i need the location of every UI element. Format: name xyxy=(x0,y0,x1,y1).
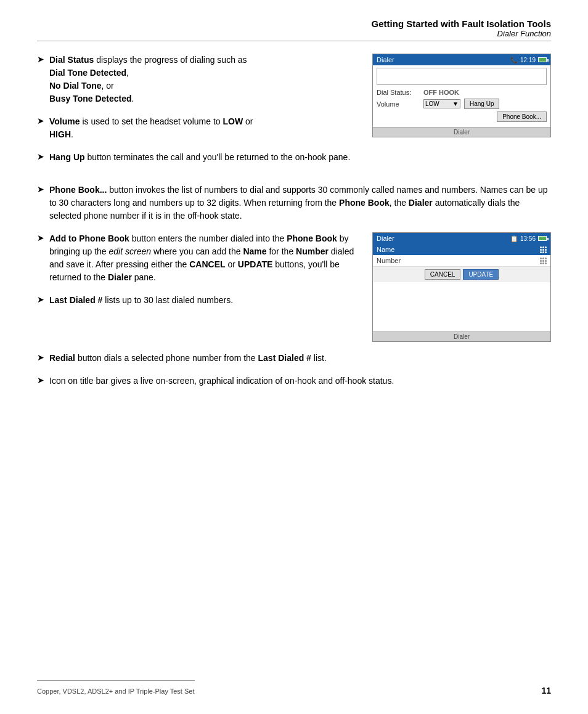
term-no-dial-tone: No Dial Tone xyxy=(49,81,102,91)
battery-icon-2 xyxy=(538,236,547,241)
dropdown-arrow-icon: ▼ xyxy=(452,100,459,107)
device1-hangup-btn[interactable]: Hang Up xyxy=(464,99,499,109)
device2-footer: Dialer xyxy=(373,331,550,341)
bullet-volume: ➤ Volume is used to set the headset volu… xyxy=(37,115,360,141)
bullet-dial-status-content: Dial Status displays the progress of dia… xyxy=(49,54,360,105)
device-screen-1: Dialer 📞 12:19 Dial Status: OFF HOOK xyxy=(372,54,551,137)
device1-dial-status-row: Dial Status: OFF HOOK xyxy=(377,89,547,96)
device-screen-2-container: Dialer 📋 13:56 Name xyxy=(372,232,551,342)
bullet-icon-status-content: Icon on title bar gives a live on-screen… xyxy=(49,375,551,387)
device1-phonebook-btn[interactable]: Phone Book... xyxy=(497,112,547,122)
bullet-arrow-1: ➤ xyxy=(37,54,44,105)
phone-icon-2: 📋 xyxy=(510,235,518,242)
bullet-arrow-5: ➤ xyxy=(37,233,44,284)
bullet-arrow-2: ➤ xyxy=(37,116,44,141)
bullet-last-dialed-content: Last Dialed # lists up to 30 last dialed… xyxy=(49,294,360,307)
device1-footer-tab: Dialer xyxy=(454,129,470,136)
term-low: LOW xyxy=(223,116,243,126)
bullet-arrow-8: ➤ xyxy=(37,375,44,387)
term-dial-status: Dial Status xyxy=(49,55,94,65)
device1-volume-label: Volume xyxy=(377,100,420,108)
term-last-dialed2: Last Dialed # xyxy=(258,353,311,363)
term-edit-screen: edit screen xyxy=(109,246,151,256)
term-volume: Volume xyxy=(49,116,80,126)
device1-footer: Dialer xyxy=(373,127,550,137)
device2-name-row: Name xyxy=(373,244,550,255)
device1-icons: 📞 12:19 xyxy=(510,57,547,63)
bullet-redial: ➤ Redial button dials a selected phone n… xyxy=(37,352,551,365)
device2-title: Dialer xyxy=(377,235,394,242)
section-1: ➤ Dial Status displays the progress of d… xyxy=(37,54,551,174)
page-header: Getting Started with Fault Isolation Too… xyxy=(37,18,551,38)
bullet-arrow-7: ➤ xyxy=(37,352,44,365)
page-footer: Copper, VDSL2, ADSL2+ and IP Triple-Play… xyxy=(37,680,551,696)
device-screen-2: Dialer 📋 13:56 Name xyxy=(372,232,551,342)
device1-volume-select[interactable]: LOW ▼ xyxy=(423,99,460,108)
term-add-phone-book: Add to Phone Book xyxy=(49,233,129,243)
device1-phonebook-row: Phone Book... xyxy=(377,112,547,122)
bullet-phonebook-content: Phone Book... button invokes the list of… xyxy=(49,184,551,222)
section-2: ➤ Add to Phone Book button enters the nu… xyxy=(37,232,551,342)
bullet-add-phonebook: ➤ Add to Phone Book button enters the nu… xyxy=(37,232,360,284)
grid-icon xyxy=(540,246,547,253)
device2-number-label: Number xyxy=(377,257,401,264)
bullet-add-phonebook-content: Add to Phone Book button enters the numb… xyxy=(49,232,360,284)
device1-input xyxy=(377,68,547,85)
device2-titlebar: Dialer 📋 13:56 xyxy=(373,233,550,244)
term-phonebook2: Phone Book xyxy=(339,198,390,208)
device2-number-row: Number xyxy=(373,255,550,267)
device1-dial-label: Dial Status: xyxy=(377,89,420,96)
section-1-left: ➤ Dial Status displays the progress of d… xyxy=(37,54,360,174)
device1-volume-value: LOW xyxy=(425,100,439,107)
term-phone-book2: Phone Book xyxy=(287,233,337,243)
footer-product-text: Copper, VDSL2, ADSL2+ and IP Triple-Play… xyxy=(37,688,195,695)
device2-cancel-btn[interactable]: CANCEL xyxy=(425,269,461,280)
device2-empty-space xyxy=(373,282,550,331)
grid-icon-2 xyxy=(540,258,547,264)
bullet-arrow-4: ➤ xyxy=(37,184,44,222)
bullet-volume-content: Volume is used to set the headset volume… xyxy=(49,115,360,141)
bullet-arrow-3: ➤ xyxy=(37,152,44,164)
device-screen-1-container: Dialer 📞 12:19 Dial Status: OFF HOOK xyxy=(372,54,551,174)
bullet-dial-status: ➤ Dial Status displays the progress of d… xyxy=(37,54,360,105)
term-last-dialed: Last Dialed # xyxy=(49,295,102,305)
term-high: HIGH xyxy=(49,129,71,139)
term-redial: Redial xyxy=(49,353,75,363)
page-title-main: Getting Started with Fault Isolation Too… xyxy=(37,18,551,29)
term-phone-book: Phone Book... xyxy=(49,185,107,195)
term-dial-tone: Dial Tone Detected xyxy=(49,68,126,78)
footer-divider xyxy=(37,680,195,681)
term-busy-tone: Busy Tone Detected xyxy=(49,94,132,103)
header-divider xyxy=(37,41,551,41)
bullet-hangup-content: Hang Up button terminates the call and y… xyxy=(49,151,360,164)
term-hangup: Hang Up xyxy=(49,152,85,162)
bullet-phonebook: ➤ Phone Book... button invokes the list … xyxy=(37,184,551,222)
device1-volume-row: Volume LOW ▼ Hang Up xyxy=(377,99,547,109)
device2-buttons: CANCEL UPDATE xyxy=(373,267,550,282)
bullet1-text: displays the progress of dialing such as xyxy=(94,55,247,65)
phone-icon: 📞 xyxy=(510,57,518,63)
device2-footer-tab: Dialer xyxy=(454,333,470,340)
section-2-left: ➤ Add to Phone Book button enters the nu… xyxy=(37,232,360,342)
bullet-arrow-6: ➤ xyxy=(37,294,44,307)
bullet-icon-status: ➤ Icon on title bar gives a live on-scre… xyxy=(37,375,551,387)
device1-dial-value: OFF HOOK xyxy=(423,89,459,96)
device2-icons: 📋 13:56 xyxy=(510,235,547,242)
term-cancel: CANCEL xyxy=(189,259,225,269)
device1-body: Dial Status: OFF HOOK Volume LOW ▼ Hang … xyxy=(373,65,550,127)
device1-time: 12:19 xyxy=(520,57,536,63)
device2-name-label: Name xyxy=(377,246,394,253)
term-dialer2: Dialer xyxy=(108,272,132,282)
device2-time: 13:56 xyxy=(520,235,536,242)
content-area: ➤ Dial Status displays the progress of d… xyxy=(37,54,551,397)
device1-titlebar: Dialer 📞 12:19 xyxy=(373,54,550,65)
device1-title: Dialer xyxy=(377,56,394,63)
footer-left: Copper, VDSL2, ADSL2+ and IP Triple-Play… xyxy=(37,680,195,696)
bullet8-text: Icon on title bar gives a live on-screen… xyxy=(49,376,394,386)
footer-page-number: 11 xyxy=(541,686,551,696)
term-update: UPDATE xyxy=(238,259,273,269)
bullet-hangup: ➤ Hang Up button terminates the call and… xyxy=(37,151,360,164)
device2-update-btn[interactable]: UPDATE xyxy=(463,269,499,280)
term-name: Name xyxy=(243,246,266,256)
term-number: Number xyxy=(296,246,329,256)
